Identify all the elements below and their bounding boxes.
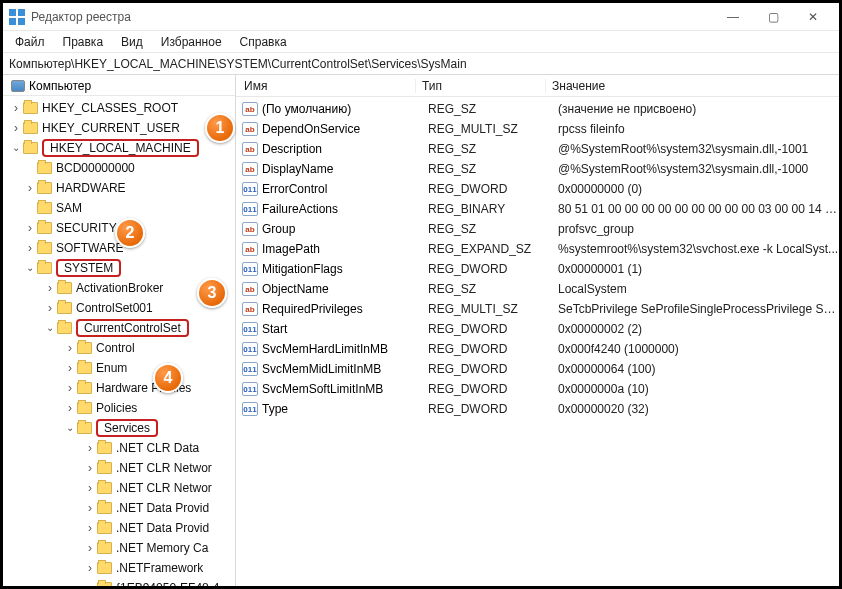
value-type: REG_MULTI_SZ (422, 302, 552, 316)
window-title: Редактор реестра (31, 10, 131, 24)
menu-view[interactable]: Вид (113, 33, 151, 51)
chevron-right-icon[interactable] (63, 381, 77, 395)
tree-node-label: HKEY_LOCAL_MACHINE (42, 139, 199, 157)
folder-icon (37, 182, 52, 194)
tree-node-label: .NET Data Provid (116, 521, 209, 535)
chevron-right-icon[interactable] (83, 481, 97, 495)
tree-node[interactable]: HKEY_LOCAL_MACHINE (3, 138, 235, 158)
value-row[interactable]: ab(По умолчанию)REG_SZ(значение не присв… (236, 99, 839, 119)
tree-node[interactable]: {1EB94050-EF48-4 (3, 578, 235, 586)
menu-file[interactable]: Файл (7, 33, 53, 51)
value-data: 0x00000000 (0) (552, 182, 839, 196)
tree-node-label: SAM (56, 201, 82, 215)
minimize-button[interactable]: — (713, 5, 753, 29)
tree-node[interactable]: Services (3, 418, 235, 438)
callout-badge: 4 (153, 363, 183, 393)
maximize-button[interactable]: ▢ (753, 5, 793, 29)
chevron-right-icon[interactable] (83, 501, 97, 515)
value-name: DisplayName (262, 162, 422, 176)
tree-node[interactable]: SYSTEM (3, 258, 235, 278)
chevron-right-icon[interactable] (83, 441, 97, 455)
chevron-right-icon[interactable] (63, 361, 77, 375)
value-row[interactable]: abImagePathREG_EXPAND_SZ%systemroot%\sys… (236, 239, 839, 259)
tree-node-label: HKEY_CURRENT_USER (42, 121, 180, 135)
main-split: Компьютер HKEY_CLASSES_ROOTHKEY_CURRENT_… (3, 75, 839, 586)
col-type[interactable]: Тип (416, 79, 546, 93)
value-row[interactable]: 011SvcMemHardLimitInMBREG_DWORD0x000f424… (236, 339, 839, 359)
tree-node[interactable]: .NET Data Provid (3, 518, 235, 538)
tree-node[interactable]: .NETFramework (3, 558, 235, 578)
chevron-right-icon[interactable] (23, 181, 37, 195)
close-button[interactable]: ✕ (793, 5, 833, 29)
chevron-right-icon[interactable] (9, 121, 23, 135)
menu-edit[interactable]: Правка (55, 33, 112, 51)
tree-node-label: SOFTWARE (56, 241, 124, 255)
value-list-pane[interactable]: Имя Тип Значение ab(По умолчанию)REG_SZ(… (236, 75, 839, 586)
tree-node[interactable]: HARDWARE (3, 178, 235, 198)
menu-help[interactable]: Справка (232, 33, 295, 51)
chevron-right-icon[interactable] (83, 581, 97, 586)
chevron-down-icon[interactable] (63, 423, 77, 434)
value-data: @%SystemRoot%\system32\sysmain.dll,-1000 (552, 162, 839, 176)
menu-favorites[interactable]: Избранное (153, 33, 230, 51)
tree-node[interactable]: SAM (3, 198, 235, 218)
folder-icon (77, 402, 92, 414)
string-value-icon: ab (242, 102, 258, 116)
value-row[interactable]: abDescriptionREG_SZ@%SystemRoot%\system3… (236, 139, 839, 159)
chevron-down-icon[interactable] (9, 143, 23, 154)
chevron-right-icon[interactable] (63, 401, 77, 415)
address-bar[interactable]: Компьютер\HKEY_LOCAL_MACHINE\SYSTEM\Curr… (3, 53, 839, 75)
tree-node[interactable]: Policies (3, 398, 235, 418)
value-name: SvcMemHardLimitInMB (262, 342, 422, 356)
chevron-right-icon[interactable] (83, 541, 97, 555)
chevron-down-icon[interactable] (23, 263, 37, 274)
value-type: REG_DWORD (422, 362, 552, 376)
chevron-right-icon[interactable] (83, 561, 97, 575)
chevron-right-icon[interactable] (43, 301, 57, 315)
value-row[interactable]: 011MitigationFlagsREG_DWORD0x00000001 (1… (236, 259, 839, 279)
binary-value-icon: 011 (242, 202, 258, 216)
value-row[interactable]: abDisplayNameREG_SZ@%SystemRoot%\system3… (236, 159, 839, 179)
tree-node[interactable]: HKEY_CURRENT_USER (3, 118, 235, 138)
value-row[interactable]: 011ErrorControlREG_DWORD0x00000000 (0) (236, 179, 839, 199)
tree-node[interactable]: Hardware Profiles (3, 378, 235, 398)
col-value[interactable]: Значение (546, 79, 839, 93)
col-name[interactable]: Имя (236, 79, 416, 93)
value-row[interactable]: 011SvcMemMidLimitInMBREG_DWORD0x00000064… (236, 359, 839, 379)
value-row[interactable]: 011SvcMemSoftLimitInMBREG_DWORD0x0000000… (236, 379, 839, 399)
tree-node[interactable]: .NET Data Provid (3, 498, 235, 518)
value-row[interactable]: abGroupREG_SZprofsvc_group (236, 219, 839, 239)
tree-node-label: .NET Data Provid (116, 501, 209, 515)
chevron-right-icon[interactable] (9, 101, 23, 115)
tree-node[interactable]: HKEY_CLASSES_ROOT (3, 98, 235, 118)
chevron-right-icon[interactable] (83, 521, 97, 535)
chevron-right-icon[interactable] (63, 341, 77, 355)
value-data: LocalSystem (552, 282, 839, 296)
tree-root[interactable]: Компьютер (3, 77, 235, 96)
tree-node[interactable]: .NET CLR Data (3, 438, 235, 458)
tree-pane[interactable]: Компьютер HKEY_CLASSES_ROOTHKEY_CURRENT_… (3, 75, 236, 586)
tree-node[interactable]: .NET CLR Networ (3, 478, 235, 498)
value-row[interactable]: 011StartREG_DWORD0x00000002 (2) (236, 319, 839, 339)
value-row[interactable]: 011FailureActionsREG_BINARY80 51 01 00 0… (236, 199, 839, 219)
tree-root-label: Компьютер (29, 79, 91, 93)
tree-node[interactable]: CurrentControlSet (3, 318, 235, 338)
tree-node[interactable]: .NET CLR Networ (3, 458, 235, 478)
chevron-right-icon[interactable] (43, 281, 57, 295)
chevron-right-icon[interactable] (83, 461, 97, 475)
tree-node[interactable]: Control (3, 338, 235, 358)
value-row[interactable]: abDependOnServiceREG_MULTI_SZrpcss filei… (236, 119, 839, 139)
tree-node[interactable]: Enum (3, 358, 235, 378)
value-row[interactable]: abRequiredPrivilegesREG_MULTI_SZSeTcbPri… (236, 299, 839, 319)
tree-node[interactable]: BCD00000000 (3, 158, 235, 178)
value-name: Group (262, 222, 422, 236)
chevron-right-icon[interactable] (23, 221, 37, 235)
value-row[interactable]: abObjectNameREG_SZLocalSystem (236, 279, 839, 299)
value-name: ErrorControl (262, 182, 422, 196)
value-name: Description (262, 142, 422, 156)
value-type: REG_SZ (422, 142, 552, 156)
tree-node[interactable]: .NET Memory Ca (3, 538, 235, 558)
chevron-down-icon[interactable] (43, 323, 57, 334)
chevron-right-icon[interactable] (23, 241, 37, 255)
value-row[interactable]: 011TypeREG_DWORD0x00000020 (32) (236, 399, 839, 419)
